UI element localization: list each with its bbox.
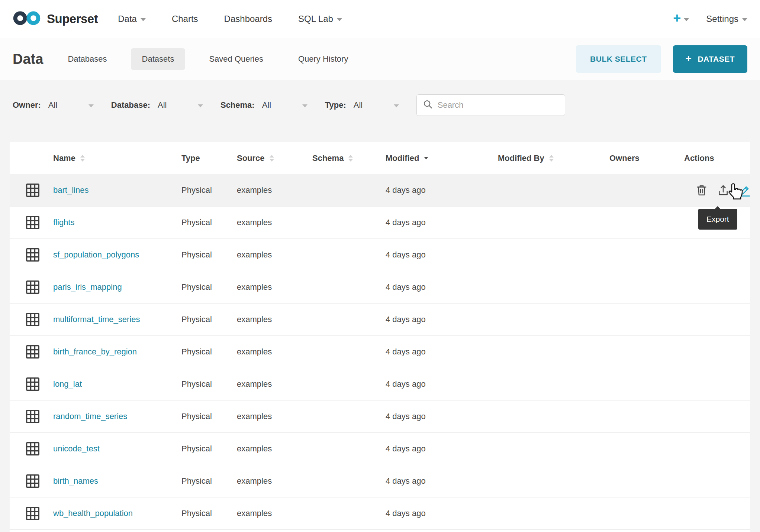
data-tabs: Databases Datasets Saved Queries Query H…	[57, 48, 359, 70]
dataset-grid-icon	[10, 214, 53, 231]
filter-database: Database: All	[111, 100, 203, 110]
column-header-modified-by: Modified By	[498, 153, 609, 163]
table-row[interactable]: sf_population_polygonsPhysicalexamples4 …	[10, 239, 750, 271]
dataset-grid-icon	[10, 311, 53, 328]
dataset-source: examples	[237, 218, 312, 227]
chevron-down-icon	[198, 104, 203, 107]
dataset-type: Physical	[181, 444, 237, 454]
dataset-name-link[interactable]: multiformat_time_series	[53, 315, 140, 324]
column-header-modified: Modified	[386, 153, 498, 163]
page-header: Data Databases Datasets Saved Queries Qu…	[0, 38, 760, 80]
dataset-name-link[interactable]: birth_names	[53, 476, 98, 486]
table-row[interactable]: flightsPhysicalexamples4 days ago	[10, 207, 750, 239]
dataset-source: examples	[237, 379, 312, 389]
tab-query-history[interactable]: Query History	[287, 48, 359, 70]
dataset-name-link[interactable]: birth_france_by_region	[53, 347, 137, 356]
dataset-name-link[interactable]: long_lat	[53, 379, 82, 389]
dataset-name-link[interactable]: bart_lines	[53, 185, 88, 195]
type-filter-select[interactable]: All	[354, 100, 399, 110]
dataset-grid-icon	[10, 505, 53, 522]
dataset-name-link[interactable]: random_time_series	[53, 412, 127, 421]
dataset-name-link[interactable]: flights	[53, 218, 74, 227]
table-row[interactable]: birth_france_by_regionPhysicalexamples4 …	[10, 336, 750, 368]
table-row[interactable]: wb_health_populationPhysicalexamples4 da…	[10, 497, 750, 530]
nav-item-sql-lab[interactable]: SQL Lab	[298, 14, 342, 24]
main-nav: Data Charts Dashboards SQL Lab	[118, 14, 342, 24]
superset-logo[interactable]: Superset	[13, 10, 98, 28]
dataset-source: examples	[237, 250, 312, 260]
dataset-name-link[interactable]: unicode_test	[53, 444, 100, 453]
add-dataset-button[interactable]: + DATASET	[673, 45, 747, 73]
sort-icon-descending[interactable]	[424, 157, 428, 159]
dataset-type: Physical	[181, 218, 237, 227]
table-row[interactable]: paris_iris_mappingPhysicalexamples4 days…	[10, 271, 750, 304]
tab-databases[interactable]: Databases	[57, 48, 118, 70]
chevron-down-icon	[141, 18, 146, 21]
dataset-modified: 4 days ago	[386, 250, 498, 260]
export-upload-icon[interactable]	[717, 184, 730, 197]
plus-icon: +	[673, 12, 681, 25]
nav-item-charts[interactable]: Charts	[172, 14, 198, 24]
dataset-grid-icon	[10, 246, 53, 263]
dataset-grid-icon	[10, 440, 53, 457]
dataset-modified: 4 days ago	[386, 347, 498, 357]
dataset-grid-icon	[10, 279, 53, 296]
dataset-modified: 4 days ago	[386, 444, 498, 454]
chevron-down-icon	[337, 18, 342, 21]
filter-bar: Owner: All Database: All Schema: All Typ…	[0, 80, 760, 130]
owner-filter-select[interactable]: All	[48, 100, 94, 110]
dataset-type: Physical	[181, 250, 237, 260]
table-row[interactable]: bart_linesPhysicalexamples4 days ago	[10, 174, 750, 207]
chevron-down-icon	[742, 18, 747, 21]
nav-item-dashboards[interactable]: Dashboards	[224, 14, 272, 24]
schema-filter-select[interactable]: All	[262, 100, 307, 110]
dataset-modified: 4 days ago	[386, 509, 498, 518]
top-navbar: Superset Data Charts Dashboards SQL Lab …	[0, 0, 760, 38]
navbar-right: + Settings	[673, 13, 747, 25]
dataset-grid-icon	[10, 343, 53, 360]
table-row[interactable]: multiformat_time_seriesPhysicalexamples4…	[10, 304, 750, 336]
dataset-type: Physical	[181, 476, 237, 486]
chevron-down-icon	[394, 104, 399, 107]
header-actions: BULK SELECT + DATASET	[576, 45, 747, 73]
new-item-menu[interactable]: +	[673, 13, 689, 25]
settings-menu[interactable]: Settings	[706, 14, 747, 24]
column-header-name: Name	[53, 153, 181, 163]
tab-saved-queries[interactable]: Saved Queries	[198, 48, 274, 70]
table-row[interactable]: unicode_testPhysicalexamples4 days ago	[10, 433, 750, 465]
table-row[interactable]: long_latPhysicalexamples4 days ago	[10, 368, 750, 400]
dataset-source: examples	[237, 315, 312, 324]
search-input[interactable]	[438, 100, 559, 110]
sort-icon[interactable]	[270, 155, 274, 162]
column-header-schema: Schema	[312, 153, 386, 163]
dataset-source: examples	[237, 476, 312, 486]
dataset-modified: 4 days ago	[386, 185, 498, 195]
dataset-name-link[interactable]: paris_iris_mapping	[53, 282, 122, 292]
column-header-source: Source	[237, 153, 312, 163]
table-header-row: Name Type Source Schema Modified Modifie…	[10, 142, 750, 174]
dataset-name-link[interactable]: sf_population_polygons	[53, 250, 139, 259]
search-icon	[423, 99, 433, 111]
sort-icon[interactable]	[549, 155, 554, 162]
dataset-name-link[interactable]: wb_health_population	[53, 509, 133, 518]
dataset-source: examples	[237, 282, 312, 292]
dataset-modified: 4 days ago	[386, 315, 498, 324]
datasets-table: Name Type Source Schema Modified Modifie…	[10, 142, 750, 532]
dataset-source: examples	[237, 509, 312, 518]
dataset-modified: 4 days ago	[386, 379, 498, 389]
edit-pencil-icon[interactable]	[738, 184, 750, 197]
table-row[interactable]: birth_namesPhysicalexamples4 days ago	[10, 465, 750, 497]
nav-item-data[interactable]: Data	[118, 14, 146, 24]
tab-datasets[interactable]: Datasets	[131, 48, 186, 70]
dataset-grid-icon	[10, 182, 53, 199]
delete-trash-icon[interactable]	[695, 184, 708, 197]
sort-icon[interactable]	[80, 155, 85, 162]
dataset-type: Physical	[181, 379, 237, 389]
dataset-modified: 4 days ago	[386, 476, 498, 486]
sort-icon[interactable]	[348, 155, 353, 162]
bulk-select-button[interactable]: BULK SELECT	[576, 45, 661, 73]
database-filter-select[interactable]: All	[158, 100, 203, 110]
table-row[interactable]: random_time_seriesPhysicalexamples4 days…	[10, 400, 750, 433]
dataset-source: examples	[237, 412, 312, 421]
column-header-type: Type	[181, 153, 237, 163]
